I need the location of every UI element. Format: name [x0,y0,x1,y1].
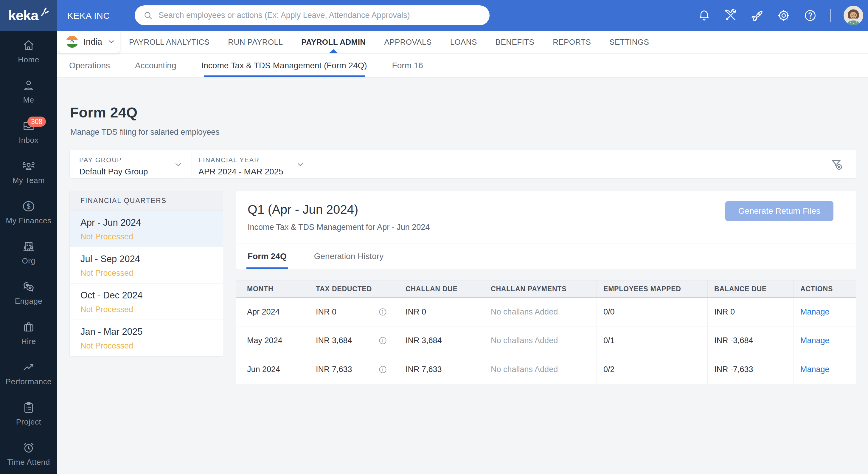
manage-link[interactable]: Manage [800,365,830,374]
info-icon[interactable] [378,307,388,317]
pay-group-dropdown[interactable]: PAY GROUP Default Pay Group [70,150,192,178]
quarter-detail-header-card: Q1 (Apr - Jun 2024) Income Tax & TDS Man… [236,191,857,269]
quarter-item-apr-jun-2024[interactable]: Apr - Jun 2024 Not Processed [70,211,223,247]
main-nav-tabs: PAYROLL ANALYTICS RUN PAYROLL PAYROLL AD… [129,31,649,53]
sidebar-item-label: Project [16,417,41,426]
tab-form-16[interactable]: Form 16 [392,54,423,77]
chevron-down-icon [296,160,305,169]
sidebar-item-label: Me [23,95,34,105]
chevron-down-icon [174,160,183,169]
quarter-title: Q1 (Apr - Jun 2024) [248,202,358,217]
tab-form-24q[interactable]: Form 24Q [248,244,287,269]
cell-employees-mapped: 0/0 [597,298,708,326]
cell-tax-deducted: INR 3,684 [309,326,399,355]
column-header-balance-due: BALANCE DUE [708,280,794,297]
tab-payroll-admin[interactable]: PAYROLL ADMIN [301,31,366,53]
tab-settings[interactable]: SETTINGS [609,31,649,53]
sidebar-item-project[interactable]: Project [0,396,57,437]
company-name: KEKA INC [67,11,110,21]
sidebar-item-label: Engage [15,297,42,306]
sidebar-item-label: Performance [6,377,52,386]
cell-employees-mapped: 0/1 [597,326,708,355]
column-header-employees-mapped: EMPLOYEES MAPPED [597,280,708,297]
tax-deducted-value: INR 0 [316,307,336,317]
financial-year-dropdown[interactable]: FINANCIAL YEAR APR 2024 - MAR 2025 [192,150,314,178]
tax-deducted-value: INR 7,633 [316,365,352,374]
search-icon [143,10,153,21]
page-subtitle: Manage TDS filing for salaried employees [70,127,220,137]
trend-icon [22,360,35,374]
sidebar-item-inbox[interactable]: 308 Inbox [0,115,57,155]
sidebar-nav: Home Me 308 Inbox My Team $ My Finances … [0,31,57,474]
rocket-icon[interactable] [750,9,764,22]
quarter-status: Not Processed [81,232,223,241]
bell-icon[interactable] [697,9,711,22]
form-24q-table: MONTH TAX DEDUCTED CHALLAN DUE CHALLAN P… [236,280,857,384]
keka-logo[interactable]: keka [0,0,57,31]
search-input[interactable] [158,11,481,20]
manage-link[interactable]: Manage [800,336,830,345]
sidebar-item-time-attend[interactable]: Time Attend [0,437,57,474]
column-header-month: MONTH [236,280,309,297]
clear-filter-icon[interactable] [830,158,843,171]
tab-operations[interactable]: Operations [69,54,110,77]
briefcase-icon [22,320,35,334]
column-header-tax-deducted: TAX DEDUCTED [309,280,399,297]
table-header-row: MONTH TAX DEDUCTED CHALLAN DUE CHALLAN P… [236,280,856,298]
cell-challan-payments: No challans Added [484,298,597,326]
sidebar-item-label: Inbox [19,136,38,145]
cell-employees-mapped: 0/2 [597,355,708,384]
cell-balance-due: INR 0 [708,298,794,326]
tab-reports[interactable]: REPORTS [553,31,591,53]
tab-accounting[interactable]: Accounting [135,54,177,77]
sidebar-item-label: My Finances [6,216,52,226]
user-avatar[interactable] [843,6,863,25]
manage-link[interactable]: Manage [800,307,830,317]
info-icon[interactable] [378,365,388,374]
tab-payroll-analytics[interactable]: PAYROLL ANALYTICS [129,31,210,53]
keka-logo-text: keka [8,8,38,22]
quarter-item-jan-mar-2025[interactable]: Jan - Mar 2025 Not Processed [70,320,223,356]
sidebar-item-me[interactable]: Me [0,75,57,115]
column-header-challan-payments: CHALLAN PAYMENTS [484,280,597,297]
quarter-item-oct-dec-2024[interactable]: Oct - Dec 2024 Not Processed [70,284,223,320]
sidebar-item-engage[interactable]: Engage [0,276,57,316]
sidebar-item-hire[interactable]: Hire [0,316,57,356]
person-icon [22,79,35,92]
quarter-label: Jul - Sep 2024 [81,254,223,264]
topbar-actions [697,0,863,31]
sidebar-item-my-finances[interactable]: $ My Finances [0,195,57,236]
table-row: May 2024 INR 3,684 INR 3,684 No challans… [236,326,856,355]
clipboard-icon [22,401,35,414]
quarter-label: Jan - Mar 2025 [81,326,223,337]
gear-icon[interactable] [777,9,790,22]
global-search[interactable] [135,5,490,25]
sidebar-item-label: Org [22,256,35,266]
topbar: KEKA INC [57,0,868,31]
cell-balance-due: INR -7,633 [708,355,794,384]
generate-return-files-button[interactable]: Generate Return Files [725,201,833,221]
tab-generation-history[interactable]: Generation History [314,244,383,269]
info-icon[interactable] [378,336,388,345]
svg-text:$: $ [27,202,31,210]
dollar-icon: $ [22,200,35,213]
sidebar-item-my-team[interactable]: My Team [0,155,57,195]
cell-tax-deducted: INR 7,633 [309,355,399,384]
quarter-label: Apr - Jun 2024 [81,217,223,228]
tab-approvals[interactable]: APPROVALS [384,31,431,53]
help-icon[interactable] [803,9,817,22]
chevron-down-icon [107,37,116,46]
tab-benefits[interactable]: BENEFITS [496,31,534,53]
country-label: India [84,37,102,47]
country-selector[interactable]: India [58,31,120,53]
sidebar-item-home[interactable]: Home [0,34,57,75]
sidebar-item-performance[interactable]: Performance [0,356,57,396]
tools-icon[interactable] [724,9,738,22]
tab-loans[interactable]: LOANS [450,31,477,53]
sidebar-item-org[interactable]: Org [0,236,57,276]
alarm-icon [22,441,35,455]
tab-income-tax-tds[interactable]: Income Tax & TDS Management (Form 24Q) [202,54,367,77]
cell-challan-payments: No challans Added [484,326,597,355]
tab-run-payroll[interactable]: RUN PAYROLL [228,31,283,53]
quarter-item-jul-sep-2024[interactable]: Jul - Sep 2024 Not Processed [70,247,223,284]
